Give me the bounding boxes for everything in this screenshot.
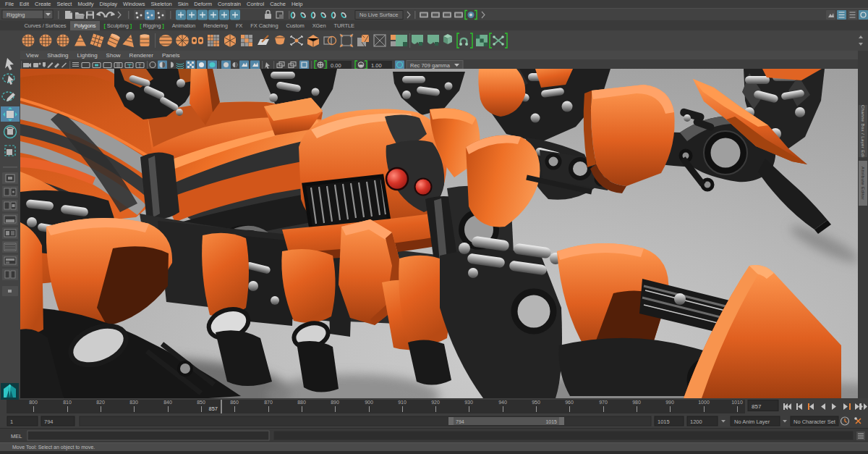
- svg-text:890: 890: [331, 400, 339, 405]
- svg-text:0.00: 0.00: [331, 62, 341, 69]
- svg-text:Rec 709 gamma: Rec 709 gamma: [410, 62, 451, 69]
- svg-text:1010: 1010: [731, 400, 743, 405]
- svg-text:950: 950: [532, 400, 540, 405]
- svg-text:970: 970: [599, 400, 608, 405]
- svg-text:960: 960: [565, 400, 574, 405]
- svg-text:990: 990: [665, 400, 674, 405]
- svg-text:1.00: 1.00: [371, 62, 382, 69]
- svg-text:No Anim Layer: No Anim Layer: [734, 419, 770, 425]
- svg-text:800: 800: [29, 400, 38, 405]
- svg-text:810: 810: [63, 400, 72, 405]
- svg-text:910: 910: [398, 400, 407, 405]
- svg-text:1: 1: [10, 419, 13, 425]
- svg-text:920: 920: [431, 400, 440, 405]
- svg-text:794: 794: [44, 419, 54, 425]
- svg-text:MEL: MEL: [11, 433, 22, 440]
- svg-text:Rigging: Rigging: [7, 12, 25, 18]
- svg-text:857: 857: [752, 403, 762, 410]
- svg-text:T: T: [138, 63, 142, 68]
- svg-text:No Character Set: No Character Set: [793, 419, 836, 425]
- svg-text:880: 880: [297, 400, 306, 405]
- svg-text:900: 900: [365, 400, 373, 405]
- svg-text:1015: 1015: [545, 419, 557, 424]
- svg-text:980: 980: [632, 400, 641, 405]
- svg-text:850: 850: [197, 400, 205, 405]
- svg-text:No Live Surface: No Live Surface: [359, 12, 398, 18]
- svg-text:830: 830: [129, 400, 138, 405]
- svg-text:840: 840: [163, 400, 172, 405]
- svg-text:857: 857: [208, 405, 218, 412]
- svg-text:794: 794: [456, 419, 464, 424]
- svg-text:870: 870: [264, 400, 273, 405]
- svg-text:1000: 1000: [698, 400, 710, 405]
- svg-text:860: 860: [230, 400, 239, 405]
- svg-text:820: 820: [96, 400, 105, 405]
- svg-text:1015: 1015: [658, 419, 670, 425]
- svg-text:930: 930: [464, 400, 473, 405]
- svg-text:940: 940: [498, 400, 507, 405]
- svg-text:1200: 1200: [690, 419, 702, 425]
